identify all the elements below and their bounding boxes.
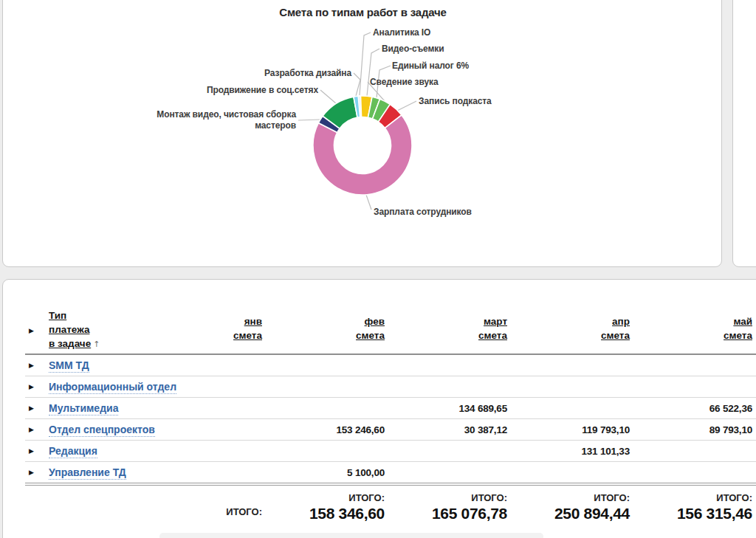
- expand-row-icon[interactable]: ▶: [29, 405, 34, 412]
- expand-all-icon[interactable]: ▶: [29, 328, 34, 334]
- row-link-info-otdel[interactable]: Информационный отдел: [49, 381, 176, 394]
- row-link-redaktsiya[interactable]: Редакция: [49, 445, 97, 458]
- column-header-mar[interactable]: март смета: [386, 314, 509, 354]
- total-jan: ИТОГО:: [141, 489, 264, 534]
- cell-value: 5 100,00: [264, 467, 386, 478]
- adjacent-panel: [732, 0, 756, 267]
- chart-label-analitika: Аналитика IO: [373, 27, 430, 38]
- cell-value: 89 793,10: [631, 424, 754, 435]
- donut-chart: [3, 1, 723, 268]
- totals-label: ИТОГО:: [226, 506, 262, 517]
- row-link-multimedia[interactable]: Мультимедиа: [49, 402, 118, 415]
- total-apr: ИТОГО: 250 894,44: [509, 489, 631, 534]
- total-mar: ИТОГО: 165 076,78: [386, 489, 509, 534]
- column-header-apr[interactable]: апр смета: [509, 314, 631, 354]
- total-may: ИТОГО: 156 315,46: [631, 489, 754, 534]
- chart-label-zapis: Запись подкаста: [419, 96, 492, 107]
- leader-montazh: [298, 120, 320, 120]
- totals-value: 156 315,46: [677, 505, 752, 523]
- estimate-table: ▶ Тип платежа в задаче↑ янв смета фев см…: [25, 280, 756, 534]
- table-row: ▶ Мультимедиа 134 689,65 66 522,36: [25, 398, 756, 419]
- leader-prodvizhenie: [320, 90, 336, 103]
- chart-label-video: Видео-съемки: [382, 44, 444, 55]
- totals-label: ИТОГО:: [716, 492, 752, 503]
- chart-label-svedenie: Сведение звука: [370, 77, 438, 88]
- chart-area: Смета по типам работ в задаче Аналитика …: [3, 1, 723, 268]
- total-feb: ИТОГО: 158 346,60: [264, 489, 386, 534]
- table-row: ▶ Отдел спецпроектов 153 246,60 30 387,1…: [25, 419, 756, 441]
- expand-row-icon[interactable]: ▶: [29, 362, 34, 369]
- expand-row-icon[interactable]: ▶: [29, 469, 34, 476]
- table-row: ▶ Редакция 131 101,33: [25, 441, 756, 462]
- leader-analitika: [360, 32, 371, 95]
- cell-value: 153 246,60: [264, 424, 386, 435]
- row-link-smm-td[interactable]: SMM ТД: [49, 359, 89, 373]
- cell-value: 119 793,10: [509, 424, 631, 435]
- expand-row-icon[interactable]: ▶: [29, 384, 34, 390]
- chart-label-prodvizhenie: Продвижение в соц.сетях: [207, 85, 318, 96]
- expand-row-icon[interactable]: ▶: [29, 427, 34, 433]
- column-header-may[interactable]: май смета: [631, 314, 754, 354]
- row-link-spetsproekty[interactable]: Отдел спецпроектов: [49, 424, 155, 437]
- dashboard: { "page": { "background": "#ededed" }, "…: [0, 0, 756, 538]
- header-expand-cell: ▶: [25, 308, 47, 354]
- leader-zarplata: [366, 195, 371, 210]
- horizontal-scrollbar[interactable]: [159, 533, 543, 538]
- table-row: ▶ Информационный отдел: [25, 376, 756, 398]
- cell-value: 66 522,36: [631, 403, 754, 414]
- column-header-feb[interactable]: фев смета: [264, 314, 386, 354]
- chart-label-razrabotka: Разработка дизайна: [264, 68, 351, 79]
- column-header-jan[interactable]: янв смета: [141, 314, 264, 354]
- sort-ascending-icon[interactable]: ↑: [93, 339, 100, 349]
- payment-type-header-label[interactable]: Тип платежа в задаче: [49, 310, 91, 349]
- leader-razrabotka: [354, 73, 360, 96]
- table-row: ▶ Управление ТД 5 100,00: [25, 462, 756, 483]
- leader-zapis: [397, 101, 416, 111]
- table-header-row: ▶ Тип платежа в задаче↑ янв смета фев см…: [25, 308, 756, 354]
- totals-label: ИТОГО:: [594, 492, 630, 503]
- expand-row-icon[interactable]: ▶: [29, 448, 34, 455]
- totals-row: ИТОГО: ИТОГО: 158 346,60 ИТОГО: 165 076,…: [25, 486, 756, 534]
- column-header-payment-type[interactable]: Тип платежа в задаче↑: [47, 308, 141, 354]
- chart-label-zarplata: Зарплата сотрудников: [374, 207, 472, 218]
- totals-label: ИТОГО:: [471, 492, 507, 503]
- donut-segments: [313, 96, 412, 195]
- totals-label: ИТОГО:: [348, 492, 385, 503]
- totals-value: 165 076,78: [432, 505, 507, 523]
- chart-label-nalog: Единый налог 6%: [392, 61, 469, 72]
- totals-value: 250 894,44: [554, 505, 630, 523]
- chart-panel: Смета по типам работ в задаче Аналитика …: [2, 0, 722, 267]
- table-row: ▶ SMM ТД: [25, 355, 756, 376]
- cell-value: 131 101,33: [509, 446, 631, 457]
- cell-value: 30 387,12: [386, 424, 509, 435]
- chart-label-montazh: Монтаж видео, чистовая сборка мастеров: [137, 109, 296, 131]
- row-link-upravlenie-td[interactable]: Управление ТД: [49, 466, 126, 480]
- totals-value: 158 346,60: [309, 505, 385, 523]
- estimate-table-panel: ▶ Тип платежа в задаче↑ янв смета фев см…: [2, 279, 756, 538]
- cell-value: 134 689,65: [386, 403, 509, 414]
